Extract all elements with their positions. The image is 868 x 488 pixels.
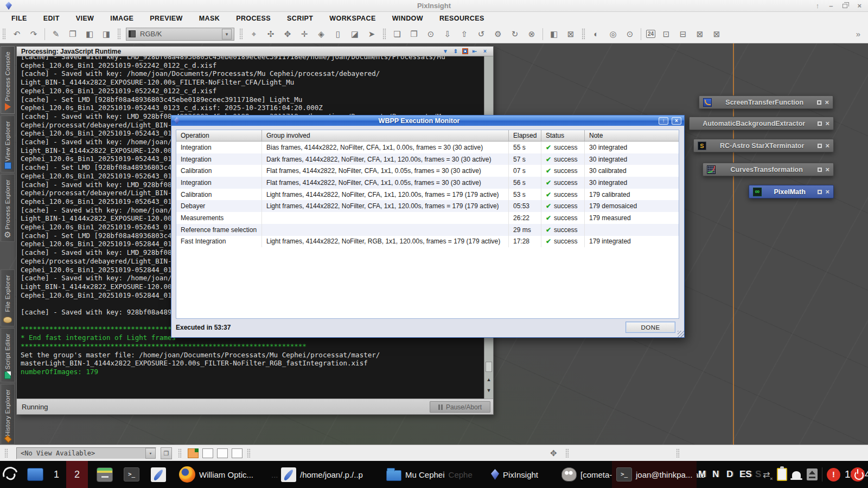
console-collapse-icon[interactable]: ▼ (442, 47, 449, 56)
floating-window-curvestransformation[interactable]: CurvesTransformation × (703, 163, 834, 176)
24bit-lut-icon[interactable]: 24 (646, 30, 655, 38)
restore-icon[interactable] (818, 144, 822, 148)
console-close-icon[interactable]: × (481, 47, 489, 56)
channel-selector[interactable]: RGB/K ▾ (126, 28, 234, 41)
tray-indicator-n[interactable]: N (712, 461, 719, 488)
menu-item[interactable]: WORKSPACE (321, 15, 384, 22)
toolbar-overflow-icon[interactable]: » (856, 29, 866, 38)
toolbar-icon[interactable]: ✥ (282, 29, 293, 39)
pixinsight-launcher-icon[interactable] (151, 461, 166, 488)
taskbar-item-mu-cephei[interactable]: Mu Cephei Cephe (386, 461, 473, 488)
toolbar-icon[interactable]: ◪ (349, 29, 361, 39)
scroll-up-icon[interactable]: ▲ (485, 375, 493, 384)
toolbar-icon[interactable]: ⊗ (526, 29, 538, 39)
dialog-titlebar[interactable]: WBPP Execution Monitor ↑ × (171, 115, 684, 126)
toolbar-icon[interactable]: ◨ (100, 29, 112, 39)
view-dropdown-arrow-icon[interactable]: ▾ (145, 448, 156, 459)
toolbar-icon[interactable]: ◧ (84, 29, 95, 39)
toolbar-drag-handle[interactable] (2, 28, 6, 40)
console-dock-icon[interactable]: ⇤ (471, 47, 478, 56)
window-manager-icon[interactable] (3, 461, 18, 488)
restore-window-icon[interactable] (843, 4, 847, 8)
notifications-bell-icon[interactable] (792, 461, 801, 488)
menu-item[interactable]: VIEW (68, 15, 103, 22)
toolbar-icon[interactable]: ✣ (265, 29, 277, 39)
console-signal-icon[interactable] (462, 48, 468, 54)
toolbar-icon[interactable]: ⌖ (248, 29, 260, 39)
table-row[interactable]: Fast Integration Light frames, 4144x2822… (176, 236, 679, 248)
menu-item[interactable]: MASK (191, 15, 228, 22)
floating-window-starxterminator[interactable]: S RC-Astro StarXTerminator × (693, 139, 834, 152)
menu-item[interactable]: WINDOW (384, 15, 431, 22)
toolbar-drag-handle[interactable] (239, 28, 243, 40)
toolbar-icon[interactable]: ◧ (548, 29, 560, 39)
view-selector[interactable]: <No View Available> ▾ (16, 447, 156, 459)
toolbar-drag-handle[interactable] (382, 28, 386, 40)
toolbar-icon[interactable]: ⇩ (442, 29, 454, 39)
close-icon[interactable]: × (825, 120, 829, 127)
table-row[interactable]: Integration Bias frames, 4144x2822, NoFi… (176, 142, 679, 153)
minimize-window-icon[interactable]: – (829, 0, 833, 12)
shade-window-icon[interactable]: ↑ (816, 0, 820, 12)
resize-grip[interactable] (678, 331, 684, 337)
power-button-icon[interactable] (851, 461, 865, 488)
column-header[interactable]: Note (585, 130, 679, 141)
toolbar-icon[interactable]: ➤ (366, 29, 378, 39)
toolbar-drag-handle[interactable] (565, 448, 569, 458)
toolbar-icon[interactable]: ◎ (607, 29, 619, 39)
menu-item[interactable]: IMAGE (102, 15, 142, 22)
close-icon[interactable]: × (825, 99, 829, 106)
toolbar-icon[interactable]: ⊡ (660, 29, 672, 39)
taskbar-item-firefox[interactable]: William Optic... (179, 461, 253, 488)
tray-indicator-d[interactable]: D (726, 461, 733, 488)
restore-icon[interactable] (818, 190, 822, 194)
floating-window-pixelmath[interactable]: ∞ PixelMath × (749, 185, 834, 198)
show-desktop-icon[interactable] (27, 461, 43, 488)
column-header[interactable]: Elapsed (509, 130, 541, 141)
console-fit-icon[interactable]: ⇕ (452, 47, 459, 56)
table-row[interactable]: Debayer Light frames, 4144x2822, NoFilte… (176, 200, 679, 212)
column-header[interactable]: Status (541, 130, 585, 141)
taskbar-item-terminal[interactable]: >_ joan@thinkpa... (612, 461, 697, 488)
close-window-icon[interactable]: × (857, 0, 861, 12)
toolbar-icon[interactable]: ⊟ (677, 29, 689, 39)
sidebar-tab-script-editor[interactable]: Script Editor (1, 328, 15, 382)
toolbar-drag-handle[interactable] (582, 28, 585, 40)
floating-window-screentransferfunction[interactable]: ScreenTransferFunction × (699, 95, 833, 109)
menu-item[interactable]: SCRIPT (279, 15, 321, 22)
workspace-swatch-active[interactable] (188, 448, 199, 458)
workspace-1-button[interactable]: 1 (50, 461, 63, 488)
dialog-shade-icon[interactable]: ↑ (659, 117, 668, 125)
column-header[interactable]: Operation (176, 130, 262, 141)
toolbar-drag-handle[interactable] (247, 448, 251, 458)
clipboard-icon[interactable] (777, 461, 787, 488)
sidebar-tab-process-explorer[interactable]: Process Explorer ⚙ (1, 174, 15, 242)
menu-item[interactable]: RESOURCES (431, 15, 493, 22)
sidebar-tab-view-explorer[interactable]: View Explorer (1, 115, 15, 172)
restore-icon[interactable] (818, 121, 822, 126)
taskbar-item-pixinsight[interactable]: PixInsight (491, 461, 538, 488)
menu-item[interactable]: PREVIEW (142, 15, 190, 22)
workspace-swatch[interactable] (217, 448, 228, 458)
console-titlebar[interactable]: Processing: JavaScript Runtime ▼ ⇕ ⇤ × (17, 47, 493, 56)
toolbar-icon[interactable]: ❐ (408, 29, 420, 39)
terminal-launcher-icon[interactable]: >_ (124, 461, 139, 488)
toolbar-icon[interactable]: ⊙ (624, 29, 636, 39)
toolbar-icon[interactable]: ⊠ (711, 29, 723, 39)
file-manager-icon[interactable] (97, 461, 113, 488)
close-icon[interactable]: × (825, 166, 829, 173)
toolbar-icon[interactable]: ❐ (67, 29, 79, 39)
network-disconnected-icon[interactable]: ⇄ (763, 461, 770, 488)
toolbar-icon[interactable]: ◐ (590, 29, 602, 38)
toolbar-icon[interactable]: ⊙ (425, 29, 437, 39)
restore-icon[interactable] (818, 168, 822, 172)
table-row[interactable]: Calibration Flat frames, 4144x2822, NoFi… (176, 165, 679, 177)
table-row[interactable]: Integration Dark frames, 4144x2822, NoFi… (176, 153, 679, 165)
toolbar-icon[interactable]: ↷ (28, 29, 40, 39)
scroll-down-icon[interactable]: ▼ (485, 386, 493, 395)
close-icon[interactable]: × (825, 143, 829, 149)
sidebar-tab-history-explorer[interactable]: History Explorer (1, 384, 15, 445)
toolbar-icon[interactable]: ▯ (332, 29, 344, 39)
floating-window-automaticbackgroundextractor[interactable]: AutomaticBackgroundExtractor × (689, 117, 834, 130)
workspace-2-button[interactable]: 2 (66, 461, 88, 488)
